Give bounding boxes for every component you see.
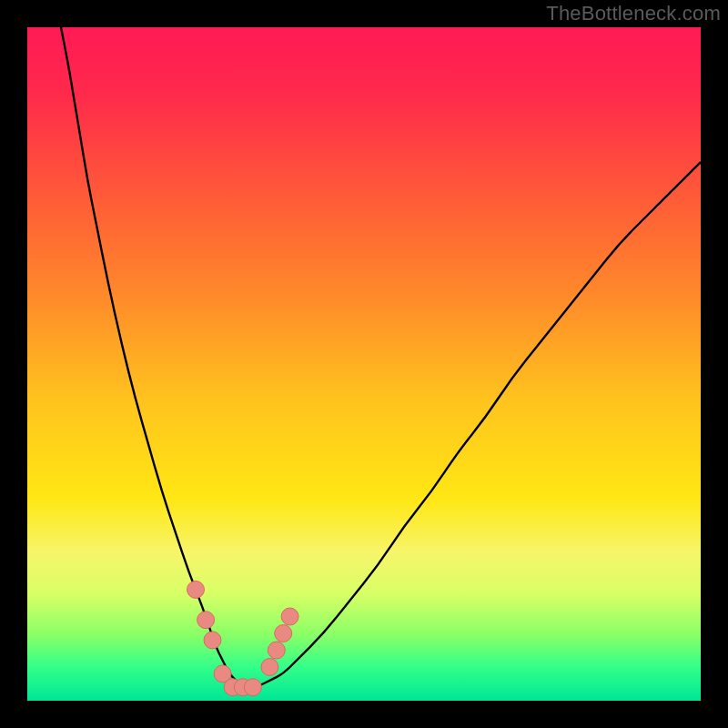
data-marker	[281, 608, 298, 625]
data-marker	[204, 632, 221, 649]
data-marker	[261, 659, 278, 676]
outer-frame: TheBottleneck.com	[0, 0, 728, 728]
data-marker	[268, 642, 285, 659]
plot-area	[27, 27, 701, 701]
data-marker	[197, 612, 215, 629]
chart-canvas	[27, 27, 701, 701]
gradient-background	[27, 27, 701, 701]
watermark-text: TheBottleneck.com	[546, 2, 721, 25]
data-marker	[187, 581, 205, 598]
data-marker	[244, 679, 261, 696]
data-marker	[275, 625, 292, 642]
